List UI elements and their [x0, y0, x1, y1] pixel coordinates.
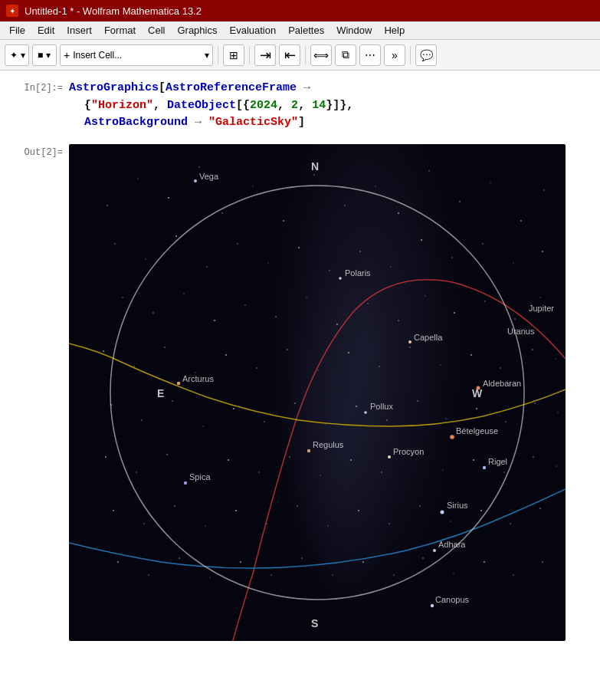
- svg-point-133: [307, 449, 310, 452]
- svg-point-44: [514, 318, 516, 320]
- menu-help[interactable]: Help: [378, 23, 411, 38]
- svg-point-134: [441, 510, 444, 514]
- svg-point-3: [198, 166, 199, 167]
- svg-point-40: [398, 320, 399, 321]
- insert-cell-arrow: ▾: [205, 50, 209, 61]
- svg-point-91: [503, 472, 504, 472]
- label-rigel: Rigel: [488, 457, 507, 466]
- svg-point-114: [270, 574, 271, 575]
- horizon-circle: [110, 186, 524, 600]
- svg-point-82: [228, 459, 229, 461]
- svg-point-111: [179, 557, 180, 559]
- label-adhara: Adhara: [438, 540, 466, 549]
- in-bracket: In[2]:=: [25, 83, 63, 94]
- svg-point-110: [148, 574, 149, 575]
- svg-point-20: [237, 243, 238, 245]
- svg-point-97: [205, 525, 205, 526]
- code-line-2: {"Horizon", DateObject[{2024, 2, 14}]},: [69, 97, 588, 115]
- svg-point-76: [534, 403, 536, 404]
- label-polaris: Polaris: [345, 268, 371, 278]
- svg-point-116: [332, 574, 333, 575]
- svg-point-8: [344, 205, 346, 206]
- svg-point-79: [136, 472, 136, 472]
- svg-point-130: [450, 435, 454, 439]
- cell-style-dropdown[interactable]: ✦ ▾: [5, 44, 29, 66]
- svg-point-6: [283, 220, 284, 222]
- svg-point-94: [113, 510, 114, 511]
- svg-point-14: [520, 220, 522, 222]
- menu-graphics[interactable]: Graphics: [171, 23, 223, 38]
- svg-point-10: [398, 212, 399, 214]
- svg-point-65: [202, 426, 203, 426]
- svg-point-72: [417, 400, 418, 402]
- svg-point-71: [386, 419, 387, 420]
- south-label: S: [311, 617, 318, 629]
- menu-palettes[interactable]: Palettes: [282, 23, 330, 38]
- menu-file[interactable]: File: [3, 23, 31, 38]
- svg-point-96: [174, 505, 175, 507]
- svg-point-15: [543, 189, 544, 190]
- dropdown-arrow2: ▾: [46, 50, 51, 61]
- menu-format[interactable]: Format: [98, 23, 142, 38]
- func-dateobj: DateObject: [167, 99, 236, 112]
- label-aldebaran: Aldebaran: [483, 379, 521, 388]
- svg-point-101: [327, 525, 328, 526]
- menu-edit[interactable]: Edit: [31, 23, 61, 38]
- menu-cell[interactable]: Cell: [142, 23, 171, 38]
- chevron-btn[interactable]: »: [384, 44, 405, 66]
- svg-point-51: [256, 367, 257, 368]
- svg-point-137: [431, 603, 434, 606]
- svg-point-55: [379, 366, 379, 366]
- svg-point-67: [264, 421, 264, 422]
- svg-point-126: [408, 340, 411, 343]
- menu-insert[interactable]: Insert: [61, 23, 98, 38]
- svg-point-27: [451, 257, 452, 258]
- svg-point-119: [422, 557, 424, 559]
- svg-point-120: [453, 573, 454, 573]
- chat-btn[interactable]: 💬: [415, 44, 437, 66]
- label-sirius: Sirius: [447, 501, 468, 510]
- svg-point-73: [445, 418, 446, 419]
- copy-btn[interactable]: ⧉: [335, 44, 356, 66]
- svg-point-95: [143, 523, 144, 524]
- svg-point-43: [484, 301, 485, 301]
- menu-window[interactable]: Window: [330, 23, 378, 38]
- svg-point-1: [137, 178, 138, 179]
- svg-point-102: [358, 510, 359, 511]
- break-btn[interactable]: ⟺: [310, 44, 332, 66]
- svg-point-125: [339, 277, 342, 280]
- svg-point-9: [375, 186, 375, 186]
- astro-graphics-output[interactable]: N S E W Vega Polaris Capella Arcturus Po…: [69, 144, 566, 641]
- svg-point-107: [510, 523, 510, 524]
- cell-box-icon: ■: [38, 50, 43, 61]
- bracket-btn[interactable]: ⊞: [223, 44, 244, 66]
- insert-cell-btn[interactable]: + Insert Cell... ▾: [60, 44, 213, 66]
- toolbar: ✦ ▾ ■ ▾ + Insert Cell... ▾ ⊞ ⇥ ⇤ ⟺ ⧉ ⋯ »…: [0, 40, 600, 71]
- dropdown-arrow: ▾: [21, 50, 25, 61]
- cell-type-dropdown[interactable]: ■ ▾: [32, 44, 57, 66]
- string-horizon: "Horizon": [91, 99, 153, 112]
- svg-point-105: [450, 521, 451, 521]
- menu-evaluation[interactable]: Evaluation: [223, 23, 282, 38]
- svg-point-115: [301, 557, 303, 559]
- menu-bar: File Edit Insert Format Cell Graphics Ev…: [0, 21, 600, 40]
- svg-point-23: [329, 270, 330, 271]
- svg-point-24: [359, 251, 361, 252]
- svg-point-38: [336, 324, 338, 325]
- svg-point-54: [348, 352, 349, 353]
- svg-point-25: [390, 266, 391, 267]
- svg-point-89: [442, 469, 443, 470]
- input-label: In[2]:=: [0, 80, 69, 94]
- input-cell-row: In[2]:= AstroGraphics[AstroReferenceFram…: [0, 78, 600, 133]
- svg-point-36: [275, 316, 277, 317]
- func-name: AstroGraphics: [69, 81, 159, 94]
- svg-point-7: [313, 174, 314, 175]
- app-icon: ✦: [6, 5, 18, 17]
- separator-2: [249, 46, 250, 64]
- eval-out-btn[interactable]: ⇤: [279, 44, 300, 66]
- svg-point-83: [258, 472, 259, 472]
- svg-point-22: [298, 247, 300, 248]
- eval-btn[interactable]: ⇥: [254, 44, 276, 66]
- input-content[interactable]: AstroGraphics[AstroReferenceFrame → {"Ho…: [69, 80, 600, 132]
- expand-btn[interactable]: ⋯: [359, 44, 381, 66]
